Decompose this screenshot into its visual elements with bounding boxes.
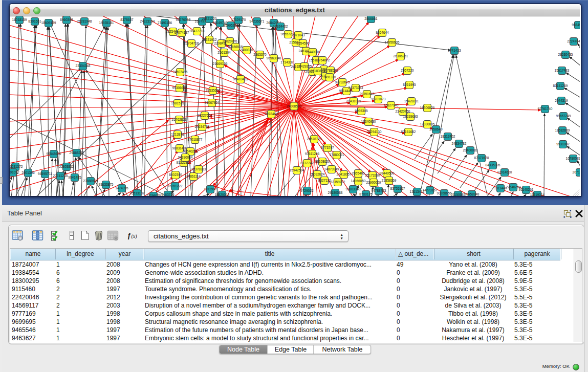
svg-text:26331912: 26331912: [202, 38, 217, 41]
svg-text:95276018: 95276018: [176, 18, 191, 21]
svg-text:15827940: 15827940: [384, 103, 399, 107]
svg-text:8960308: 8960308: [60, 18, 73, 21]
svg-text:(x): (x): [132, 233, 138, 239]
svg-text:16018159: 16018159: [12, 18, 27, 21]
svg-text:15428211: 15428211: [404, 99, 419, 103]
svg-text:93633875: 93633875: [99, 183, 114, 186]
svg-text:1491316: 1491316: [323, 75, 336, 79]
svg-text:10429355: 10429355: [297, 64, 312, 68]
svg-text:91701073: 91701073: [371, 97, 386, 101]
svg-text:1972997: 1972997: [204, 187, 217, 191]
svg-text:2901396: 2901396: [21, 171, 35, 174]
svg-text:29351643: 29351643: [360, 92, 375, 96]
svg-text:25294130: 25294130: [367, 130, 382, 134]
svg-text:18609139: 18609139: [41, 21, 56, 25]
svg-text:1581535: 1581535: [171, 101, 184, 105]
svg-text:85995289: 85995289: [224, 24, 238, 27]
svg-text:87016877: 87016877: [188, 138, 203, 141]
svg-text:82359722: 82359722: [331, 180, 345, 184]
svg-text:8261995: 8261995: [403, 83, 416, 86]
svg-text:25173290: 25173290: [365, 173, 380, 177]
svg-text:9264644: 9264644: [376, 31, 389, 34]
svg-text:24323194: 24323194: [140, 19, 155, 23]
svg-text:19306826: 19306826: [420, 106, 435, 110]
svg-text:97232679: 97232679: [335, 80, 350, 84]
svg-text:80141269: 80141269: [553, 84, 568, 87]
svg-text:17529170: 17529170: [231, 18, 246, 21]
svg-text:25762833: 25762833: [172, 118, 187, 121]
svg-text:98449500: 98449500: [380, 171, 395, 175]
svg-text:27491186: 27491186: [158, 21, 172, 25]
svg-text:17074137: 17074137: [175, 31, 189, 34]
svg-text:90410423: 90410423: [233, 77, 248, 81]
svg-text:8132742: 8132742: [300, 161, 314, 165]
svg-text:24507495: 24507495: [173, 70, 188, 74]
svg-text:23900009: 23900009: [366, 181, 381, 184]
svg-text:8378657: 8378657: [120, 18, 134, 21]
svg-text:17924402: 17924402: [273, 25, 288, 28]
svg-text:25378383: 25378383: [191, 167, 206, 171]
svg-text:26578720: 26578720: [307, 137, 322, 141]
svg-text:25150587: 25150587: [451, 193, 466, 196]
svg-text:23304348: 23304348: [76, 64, 91, 68]
svg-text:25032624: 25032624: [310, 172, 325, 176]
svg-text:22803852: 22803852: [59, 165, 74, 168]
svg-text:26020776: 26020776: [223, 39, 237, 43]
svg-text:1474395: 1474395: [115, 186, 128, 190]
svg-text:28535606: 28535606: [206, 89, 221, 92]
svg-text:24634786: 24634786: [195, 125, 210, 128]
svg-text:17764672: 17764672: [315, 58, 330, 62]
svg-text:24373233: 24373233: [349, 86, 363, 90]
svg-text:87371678: 87371678: [474, 156, 489, 160]
svg-text:1213878: 1213878: [171, 133, 184, 136]
svg-text:2866661: 2866661: [364, 17, 378, 20]
svg-text:23888539: 23888539: [83, 179, 98, 183]
svg-text:19239693: 19239693: [403, 115, 418, 118]
svg-text:94236671: 94236671: [250, 19, 265, 23]
svg-text:20718818: 20718818: [573, 170, 580, 174]
svg-text:18227654: 18227654: [198, 114, 212, 117]
svg-text:2224704: 2224704: [567, 39, 580, 43]
svg-text:9995305: 9995305: [355, 109, 368, 113]
svg-text:2865465: 2865465: [352, 171, 365, 175]
svg-text:10340930: 10340930: [361, 120, 376, 123]
svg-text:8554590: 8554590: [296, 41, 310, 45]
svg-text:26321223: 26321223: [202, 17, 217, 20]
svg-text:94595711: 94595711: [38, 172, 53, 176]
svg-text:16780083: 16780083: [566, 157, 580, 160]
svg-text:16761222: 16761222: [168, 184, 183, 188]
svg-text:90658948: 90658948: [465, 192, 480, 196]
svg-text:21858369: 21858369: [382, 179, 397, 182]
svg-text:97640206: 97640206: [183, 149, 198, 153]
svg-text:18312402: 18312402: [441, 135, 455, 138]
svg-text:2561304: 2561304: [217, 51, 231, 54]
svg-text:98108620: 98108620: [315, 160, 330, 163]
svg-text:9327112: 9327112: [318, 179, 331, 182]
svg-text:24390084: 24390084: [178, 156, 193, 159]
svg-text:98477718: 98477718: [190, 29, 205, 33]
svg-text:9841485: 9841485: [68, 176, 81, 179]
svg-text:14273167: 14273167: [423, 188, 438, 192]
svg-text:29868282: 29868282: [70, 151, 84, 155]
svg-text:23799075: 23799075: [146, 194, 161, 196]
svg-text:99548620: 99548620: [47, 152, 61, 156]
svg-text:2044319: 2044319: [555, 99, 568, 102]
svg-text:21669156: 21669156: [213, 62, 228, 65]
svg-text:9684934: 9684934: [572, 23, 580, 27]
svg-text:8773797: 8773797: [321, 146, 334, 149]
svg-text:15617483: 15617483: [555, 69, 570, 72]
svg-text:2365370: 2365370: [253, 53, 267, 56]
svg-text:94788783: 94788783: [372, 189, 386, 192]
svg-text:97611256: 97611256: [305, 152, 320, 156]
svg-text:14873949: 14873949: [324, 167, 339, 171]
svg-text:9163726: 9163726: [161, 193, 175, 196]
svg-text:8780175: 8780175: [359, 192, 373, 196]
svg-text:2400376: 2400376: [240, 48, 253, 52]
svg-text:11419314: 11419314: [530, 193, 545, 196]
svg-text:2071043: 2071043: [292, 33, 305, 37]
svg-text:20431039: 20431039: [346, 99, 361, 103]
svg-text:84335326: 84335326: [486, 163, 500, 167]
svg-text:2058649: 2058649: [429, 127, 443, 131]
svg-text:15942594: 15942594: [290, 168, 304, 172]
svg-text:27741215: 27741215: [53, 174, 68, 178]
